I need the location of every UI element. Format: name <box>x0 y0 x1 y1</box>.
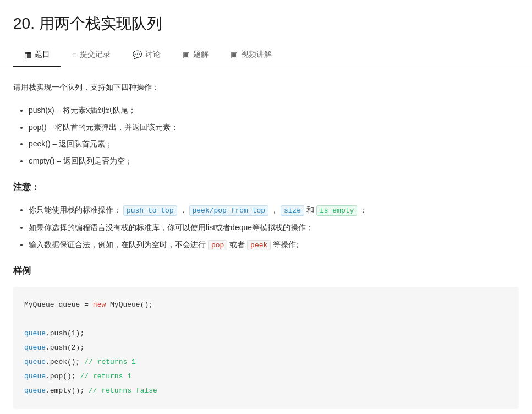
list-item: peek() – 返回队首元素； <box>29 137 519 151</box>
page-header: 20. 用两个栈实现队列 <box>0 0 532 43</box>
code-line-6: queue.empty(); // returns false <box>24 384 508 398</box>
code-line-blank <box>24 312 508 326</box>
intro-text: 请用栈实现一个队列，支持如下四种操作： <box>13 80 519 94</box>
content-area: 请用栈实现一个队列，支持如下四种操作： push(x) – 将元素x插到到队尾；… <box>0 67 532 414</box>
list-item: 你只能使用栈的标准操作： push to top ， peek/pop from… <box>29 203 519 218</box>
code-peek-pop: peek/pop from top <box>189 205 269 216</box>
tab-video-label: 视频讲解 <box>241 50 272 59</box>
list-item: empty() – 返回队列是否为空； <box>29 154 519 168</box>
code-push-top: push to top <box>123 205 177 216</box>
tab-problem[interactable]: ▦ 题目 <box>13 43 61 67</box>
tab-problem-label: 题目 <box>35 50 50 59</box>
video-icon: ▣ <box>231 50 238 59</box>
code-line-1: MyQueue queue = new MyQueue(); <box>24 298 508 312</box>
list-item: pop() – 将队首的元素弹出，并返回该元素； <box>29 120 519 135</box>
submissions-icon: ≡ <box>72 50 76 59</box>
tab-solution-label: 题解 <box>193 50 209 59</box>
code-line-5: queue.pop(); // returns 1 <box>24 369 508 384</box>
operations-list: push(x) – 将元素x插到到队尾； pop() – 将队首的元素弹出，并返… <box>13 103 519 168</box>
code-line-2: queue.push(1); <box>24 326 508 341</box>
tab-video[interactable]: ▣ 视频讲解 <box>220 43 283 67</box>
tab-discuss-label: 讨论 <box>145 50 161 59</box>
list-item: push(x) – 将元素x插到到队尾； <box>29 103 519 118</box>
tab-submissions-label: 提交记录 <box>80 50 111 59</box>
problem-icon: ▦ <box>24 50 31 59</box>
code-line-3: queue.push(2); <box>24 341 508 355</box>
code-pop: pop <box>208 240 227 250</box>
list-item: 如果你选择的编程语言没有栈的标准库，你可以使用list或者deque等模拟栈的操… <box>29 220 519 235</box>
code-peek: peek <box>247 240 271 250</box>
example-title: 样例 <box>13 263 519 279</box>
code-size: size <box>281 205 304 216</box>
note-list: 你只能使用栈的标准操作： push to top ， peek/pop from… <box>13 203 519 252</box>
tab-submissions[interactable]: ≡ 提交记录 <box>61 43 122 67</box>
tab-discuss[interactable]: 💬 讨论 <box>122 43 172 67</box>
code-line-4: queue.peek(); // returns 1 <box>24 355 508 369</box>
list-item: 输入数据保证合法，例如，在队列为空时，不会进行 pop 或者 peek 等操作; <box>29 237 519 253</box>
note-title: 注意： <box>13 179 519 195</box>
code-block: MyQueue queue = new MyQueue(); queue.pus… <box>13 287 519 409</box>
tabs-bar: ▦ 题目 ≡ 提交记录 💬 讨论 ▣ 题解 ▣ 视频讲解 <box>0 43 532 67</box>
page-title: 20. 用两个栈实现队列 <box>13 13 519 34</box>
code-is-empty: is empty <box>316 205 357 216</box>
discuss-icon: 💬 <box>133 50 142 59</box>
solution-icon: ▣ <box>183 50 190 59</box>
tab-solution[interactable]: ▣ 题解 <box>172 43 220 67</box>
